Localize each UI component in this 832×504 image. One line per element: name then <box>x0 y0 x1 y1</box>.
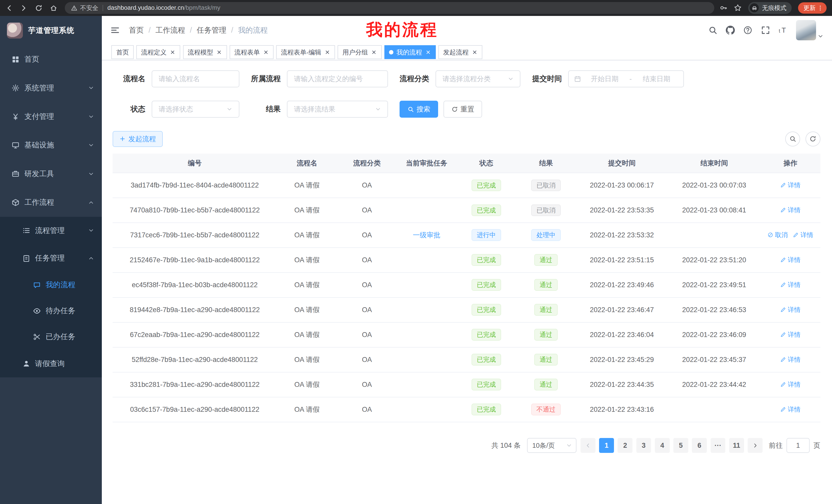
browser-toolbar: 不安全 dashboard.yudao.iocoder.cn/bpm/task/… <box>0 0 832 16</box>
cell-process-name: OA 请假 <box>277 273 337 298</box>
page-ellipsis[interactable]: ··· <box>711 438 726 453</box>
filter-submit-time: 提交时间 开始日期 - 结束日期 <box>532 71 684 87</box>
tab-process-definition[interactable]: 流程定义 <box>136 45 180 59</box>
close-icon[interactable] <box>425 49 431 55</box>
process-name-input[interactable] <box>152 71 239 87</box>
cube-icon <box>11 199 20 206</box>
parent-process-input[interactable] <box>287 71 388 87</box>
address-bar[interactable]: 不安全 dashboard.yudao.iocoder.cn/bpm/task/… <box>65 2 714 13</box>
back-icon[interactable] <box>5 4 13 12</box>
detail-button[interactable]: 详情 <box>780 355 800 364</box>
toggle-search-button[interactable] <box>785 132 800 146</box>
page-button-11[interactable]: 11 <box>729 438 744 453</box>
page-size-select[interactable]: 10条/页 <box>527 438 576 453</box>
cell-current-task <box>397 173 457 198</box>
fullscreen-icon[interactable] <box>761 26 770 35</box>
sidebar-item-infrastructure[interactable]: 基础设施 <box>0 131 102 160</box>
create-process-button[interactable]: 发起流程 <box>113 131 163 147</box>
update-button[interactable]: 更新 <box>798 2 827 13</box>
result-tag: 通过 <box>534 329 558 340</box>
sidebar-item-dev-tools[interactable]: 研发工具 <box>0 160 102 188</box>
star-icon[interactable] <box>734 4 742 12</box>
detail-button[interactable]: 详情 <box>780 380 800 389</box>
browser-menu-dots-icon[interactable] <box>817 5 824 11</box>
tab-home[interactable]: 首页 <box>111 45 134 59</box>
tab-process-form-edit[interactable]: 流程表单-编辑 <box>276 45 335 59</box>
breadcrumb-item[interactable]: 工作流程 <box>155 25 185 35</box>
sidebar-item-leave-query[interactable]: 请假查询 <box>0 350 102 377</box>
date-start-placeholder[interactable]: 开始日期 <box>583 74 626 83</box>
sidebar-item-home[interactable]: 首页 <box>0 45 102 74</box>
pagination: 共 104 条 10条/页 123456···11 前往 页 <box>113 438 821 453</box>
cell-current-task <box>397 372 457 397</box>
breadcrumb-item[interactable]: 首页 <box>129 25 144 35</box>
security-label[interactable]: 不安全 <box>80 4 99 12</box>
detail-button[interactable]: 详情 <box>780 206 800 214</box>
tab-my-process[interactable]: 我的流程 <box>384 45 436 59</box>
cell-submit-time: 2022-01-22 23:53:32 <box>576 223 668 248</box>
sidebar-item-process-management[interactable]: 流程管理 <box>0 217 102 244</box>
process-table: 编号流程名流程分类当前审批任务状态结果提交时间结束时间操作 3ad174fb-7… <box>113 153 821 422</box>
prev-page-button[interactable] <box>580 438 595 453</box>
detail-button[interactable]: 详情 <box>780 405 800 414</box>
sidebar-item-system-management[interactable]: 系统管理 <box>0 74 102 102</box>
key-icon[interactable] <box>720 4 728 12</box>
page-button-3[interactable]: 3 <box>636 438 651 453</box>
status-select[interactable]: 请选择状态 <box>152 101 239 118</box>
search-icon[interactable] <box>708 26 717 35</box>
github-icon[interactable] <box>726 26 735 35</box>
search-button[interactable]: 搜索 <box>399 101 438 118</box>
sidebar-item-my-process[interactable]: 我的流程 <box>0 272 102 298</box>
sidebar-item-payment-management[interactable]: 支付管理 <box>0 102 102 131</box>
submit-time-range[interactable]: 开始日期 - 结束日期 <box>568 71 684 87</box>
task-link[interactable]: 一级审批 <box>413 231 440 239</box>
cancel-button[interactable]: 取消 <box>768 231 787 239</box>
detail-button[interactable]: 详情 <box>780 330 800 339</box>
sidebar-item-todo-tasks[interactable]: 待办任务 <box>0 298 102 324</box>
page-button-1[interactable]: 1 <box>599 438 614 453</box>
cell-submit-time: 2022-01-23 00:06:17 <box>576 173 668 198</box>
detail-button[interactable]: 详情 <box>780 256 800 264</box>
tab-start-process[interactable]: 发起流程 <box>438 45 482 59</box>
forward-icon[interactable] <box>20 4 27 12</box>
close-icon[interactable] <box>170 49 176 55</box>
page-button-5[interactable]: 5 <box>673 438 688 453</box>
close-icon[interactable] <box>371 49 377 55</box>
page-button-6[interactable]: 6 <box>692 438 707 453</box>
sidebar-item-done-tasks[interactable]: 已办任务 <box>0 324 102 350</box>
result-select[interactable]: 请选择流结果 <box>287 101 388 118</box>
close-icon[interactable] <box>472 49 478 55</box>
detail-button[interactable]: 详情 <box>793 231 813 239</box>
close-icon[interactable] <box>216 49 222 55</box>
font-size-icon[interactable]: tT <box>779 26 787 35</box>
sidebar-item-task-management[interactable]: 任务管理 <box>0 244 102 272</box>
page-button-2[interactable]: 2 <box>618 438 632 453</box>
close-icon[interactable] <box>263 49 269 55</box>
next-page-button[interactable] <box>748 438 762 453</box>
tab-process-form[interactable]: 流程表单 <box>230 45 274 59</box>
hamburger-icon[interactable] <box>110 25 120 35</box>
tab-user-group[interactable]: 用户分组 <box>338 45 382 59</box>
sidebar-item-workflow[interactable]: 工作流程 <box>0 188 102 217</box>
refresh-table-button[interactable] <box>806 132 821 146</box>
detail-button[interactable]: 详情 <box>780 281 800 289</box>
tab-process-model[interactable]: 流程模型 <box>183 45 227 59</box>
cell-end-time: 2022-01-22 23:49:51 <box>668 273 760 298</box>
page-button-4[interactable]: 4 <box>655 438 670 453</box>
detail-button[interactable]: 详情 <box>780 305 800 314</box>
detail-button[interactable]: 详情 <box>780 181 800 189</box>
chevron-down-icon <box>88 85 94 91</box>
breadcrumb-item[interactable]: 任务管理 <box>197 25 227 35</box>
user-avatar[interactable] <box>796 20 824 40</box>
avatar-image[interactable] <box>796 20 816 40</box>
goto-page-input[interactable] <box>786 438 810 453</box>
chevron-down-icon <box>375 106 381 112</box>
cell-submit-time: 2022-01-22 23:45:29 <box>576 347 668 372</box>
category-select[interactable]: 请选择流程分类 <box>436 71 520 87</box>
close-icon[interactable] <box>324 49 330 55</box>
reload-icon[interactable] <box>35 4 43 12</box>
home-icon[interactable] <box>50 4 57 12</box>
date-end-placeholder[interactable]: 结束日期 <box>635 74 678 83</box>
reset-button[interactable]: 重置 <box>443 101 482 118</box>
question-icon[interactable] <box>743 26 752 35</box>
